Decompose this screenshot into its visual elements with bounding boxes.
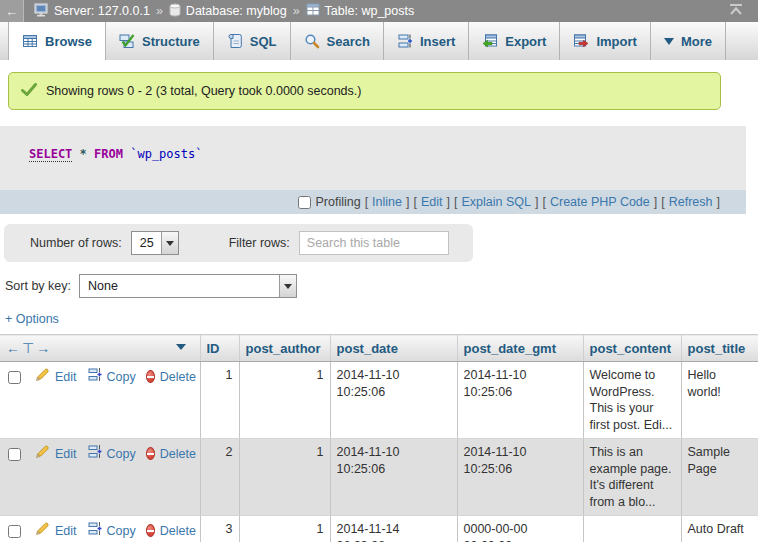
- structure-icon: [119, 33, 135, 49]
- dropdown-button[interactable]: [161, 232, 178, 254]
- tab-sql[interactable]: SQL: [214, 22, 291, 60]
- left-arrow-icon: ←: [5, 4, 18, 19]
- tab-browse[interactable]: Browse: [8, 22, 106, 60]
- cell-post-author: 1: [239, 516, 330, 542]
- column-header-post-date[interactable]: post_date: [330, 335, 457, 362]
- header-row: ←⊤→ ID post_author post_date post_date_g…: [0, 335, 758, 362]
- cell-post-title: Auto Draft: [681, 516, 758, 542]
- bracket: ]: [447, 195, 450, 209]
- chevron-down-icon: [166, 241, 174, 246]
- cell-post-author: 1: [239, 439, 330, 516]
- tab-structure-label: Structure: [142, 34, 200, 49]
- create-php-code-link[interactable]: Create PHP Code: [550, 195, 650, 209]
- delete-icon: [146, 370, 155, 383]
- tab-more[interactable]: More: [651, 22, 726, 60]
- import-icon: [573, 33, 589, 49]
- breadcrumb-separator: »: [293, 4, 300, 18]
- breadcrumb-server-label: Server: 127.0.0.1: [54, 4, 150, 18]
- column-header-id[interactable]: ID: [200, 335, 239, 362]
- bracket: [: [661, 195, 664, 209]
- refresh-link[interactable]: Refresh: [669, 195, 713, 209]
- profiling-checkbox[interactable]: [298, 196, 311, 209]
- table-row: Edit Copy Delete 3 1 2014-11-14 06:33:38…: [0, 516, 758, 542]
- cell-post-date: 2014-11-10 10:25:06: [330, 362, 457, 439]
- breadcrumb-separator: »: [156, 4, 163, 18]
- cell-id: 1: [200, 362, 239, 439]
- column-header-post-date-gmt[interactable]: post_date_gmt: [457, 335, 583, 362]
- sort-row: Sort by key: None: [5, 274, 758, 298]
- tab-export-label: Export: [505, 34, 546, 49]
- dropdown-button[interactable]: [279, 275, 296, 297]
- column-tee-icon[interactable]: ⊤: [22, 340, 36, 356]
- inline-link[interactable]: Inline: [372, 195, 402, 209]
- pencil-icon: [35, 367, 50, 387]
- bracket: ]: [535, 195, 538, 209]
- header-options-arrow-icon[interactable]: [176, 344, 186, 350]
- tab-import[interactable]: Import: [560, 22, 650, 60]
- bracket: ]: [654, 195, 657, 209]
- breadcrumb-server[interactable]: Server: 127.0.0.1: [34, 3, 150, 20]
- row-select-checkbox[interactable]: [8, 448, 21, 461]
- cell-post-title: Hello world!: [681, 362, 758, 439]
- move-column-left-icon[interactable]: ←: [6, 340, 22, 356]
- nav-panel-collapse-button[interactable]: ←: [0, 0, 24, 22]
- number-of-rows-select[interactable]: 25: [131, 231, 179, 255]
- success-message: Showing rows 0 - 2 (3 total, Query took …: [8, 72, 721, 110]
- bracket: [: [413, 195, 416, 209]
- cell-post-date: 2014-11-14 06:33:38: [330, 516, 457, 542]
- cell-post-title: Sample Page: [681, 439, 758, 516]
- sql-keyword-select[interactable]: SELECT: [29, 147, 72, 162]
- edit-query-link[interactable]: Edit: [421, 195, 443, 209]
- tab-search[interactable]: Search: [291, 22, 384, 60]
- sort-by-key-value: None: [80, 275, 279, 297]
- edit-row-link[interactable]: Edit: [55, 369, 77, 386]
- sort-by-key-select[interactable]: None: [79, 274, 297, 298]
- copy-row-link[interactable]: Copy: [107, 446, 136, 463]
- options-row: + Options: [5, 312, 758, 326]
- bracket: [: [542, 195, 545, 209]
- tab-insert[interactable]: Insert: [384, 22, 469, 60]
- copy-row-link[interactable]: Copy: [107, 523, 136, 540]
- console-collapse-button[interactable]: [722, 4, 750, 18]
- copy-icon: [87, 521, 102, 541]
- copy-icon: [87, 444, 102, 464]
- table-icon: [306, 3, 320, 19]
- database-icon: [169, 3, 181, 20]
- sql-query-box: SELECT * FROM `wp_posts`: [0, 126, 746, 190]
- bracket: ]: [406, 195, 409, 209]
- options-toggle-link[interactable]: + Options: [5, 312, 59, 326]
- edit-row-link[interactable]: Edit: [55, 523, 77, 540]
- query-actions-bar: Profiling [ Inline ] [ Edit ] [ Explain …: [0, 190, 746, 214]
- cell-post-content: Welcome to WordPress. This is your first…: [583, 362, 681, 439]
- table-tab-bar: Browse Structure SQL Search Insert Expor…: [0, 22, 758, 60]
- breadcrumb-database[interactable]: Database: myblog: [169, 3, 287, 20]
- tab-browse-label: Browse: [45, 34, 92, 49]
- explain-sql-link[interactable]: Explain SQL: [461, 195, 530, 209]
- breadcrumb-database-label: Database: myblog: [186, 4, 287, 18]
- sql-star: *: [80, 147, 87, 161]
- bracket: ]: [717, 195, 720, 209]
- cell-post-author: 1: [239, 362, 330, 439]
- cell-post-content: [583, 516, 681, 542]
- export-icon: [482, 33, 498, 49]
- edit-row-link[interactable]: Edit: [55, 446, 77, 463]
- row-select-checkbox[interactable]: [8, 371, 21, 384]
- delete-row-link[interactable]: Delete: [160, 369, 196, 386]
- pencil-icon: [35, 444, 50, 464]
- column-header-post-title[interactable]: post_title: [681, 335, 758, 362]
- column-header-post-author[interactable]: post_author: [239, 335, 330, 362]
- server-icon: [34, 3, 49, 20]
- number-of-rows-value: 25: [132, 232, 161, 254]
- copy-row-link[interactable]: Copy: [107, 369, 136, 386]
- delete-row-link[interactable]: Delete: [160, 523, 196, 540]
- cell-post-date-gmt: 0000-00-00 00:00:00: [457, 516, 583, 542]
- delete-row-link[interactable]: Delete: [160, 446, 196, 463]
- move-column-right-icon[interactable]: →: [36, 340, 52, 356]
- row-select-checkbox[interactable]: [8, 525, 21, 538]
- tab-export[interactable]: Export: [469, 22, 560, 60]
- breadcrumb-table[interactable]: Table: wp_posts: [306, 3, 415, 19]
- tab-structure[interactable]: Structure: [106, 22, 214, 60]
- column-header-post-content[interactable]: post_content: [583, 335, 681, 362]
- filter-rows-input[interactable]: [299, 231, 449, 255]
- number-of-rows-label: Number of rows:: [30, 236, 122, 250]
